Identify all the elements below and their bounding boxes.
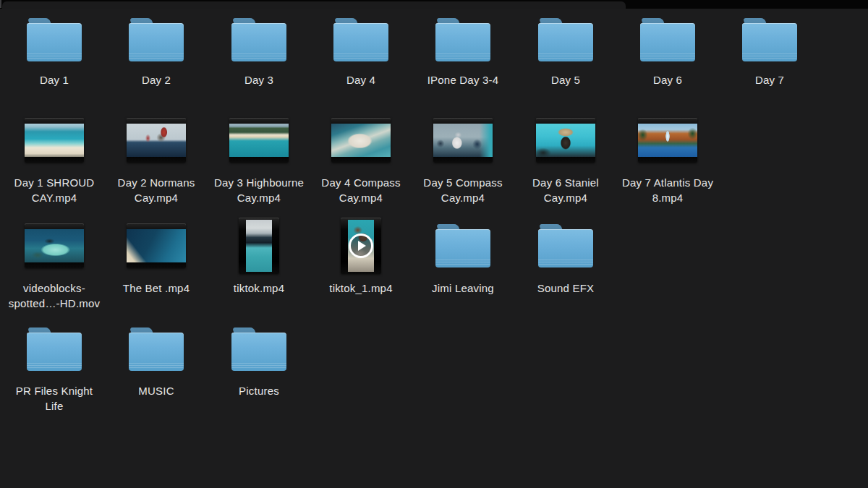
video-frame	[536, 118, 595, 163]
video-frame	[433, 118, 493, 163]
file-label: Sound EFX	[537, 281, 595, 296]
file-item-folder-day-6[interactable]: Day 6	[617, 16, 718, 87]
file-item-video-day-5-compass-cay[interactable]: Day 5 CompassCay.mp4	[412, 116, 514, 205]
folder-icon	[310, 16, 412, 64]
file-label: Day 6	[653, 72, 682, 87]
file-label-line: Cay.mp4	[423, 190, 502, 205]
file-label: The Bet .mp4	[123, 281, 190, 296]
thumb-scene-day5	[433, 124, 493, 157]
file-item-video-tiktok[interactable]: tiktok.mp4	[208, 215, 310, 296]
thumb-scene-day2	[127, 124, 186, 157]
play-triangle	[358, 241, 366, 251]
folder-glyph	[333, 18, 388, 61]
video-frame	[127, 118, 186, 163]
thumb-scene-day3	[229, 124, 289, 157]
file-item-folder-jimi-leaving[interactable]: Jimi Leaving	[412, 215, 514, 296]
file-label-line: Day 1	[40, 72, 69, 87]
file-item-video-day-1-shroud-cay[interactable]: Day 1 SHROUDCAY.mp4	[4, 116, 105, 205]
file-label: Day 1	[40, 72, 69, 87]
file-label-line: spotted…-HD.mov	[9, 296, 100, 311]
folder-glyph	[129, 18, 184, 61]
file-label: videoblocks-spotted…-HD.mov	[9, 281, 100, 311]
file-item-folder-sound-efx[interactable]: Sound EFX	[515, 215, 616, 296]
file-label-line: videoblocks-	[9, 281, 100, 296]
video-thumbnail-icon	[4, 116, 105, 165]
video-thumbnail-icon	[412, 116, 514, 165]
file-label-line: Day 3 Highbourne	[214, 175, 304, 190]
icon-grid: Day 1Day 2Day 3Day 4IPone Day 3-4Day 5Da…	[0, 0, 868, 488]
thumb-scene-tiktok	[246, 220, 272, 272]
file-item-video-day-6-staniel-cay[interactable]: Day 6 StanielCay.mp4	[515, 116, 616, 205]
folder-icon	[412, 215, 514, 276]
file-label: Day 3 HighbourneCay.mp4	[214, 175, 304, 205]
file-label-line: Life	[16, 398, 93, 414]
folder-icon	[719, 16, 820, 64]
file-item-video-videoblocks-spotted-hd[interactable]: videoblocks-spotted…-HD.mov	[4, 215, 105, 311]
folder-glyph	[27, 18, 82, 61]
folder-body	[435, 23, 490, 61]
file-item-folder-day-5[interactable]: Day 5	[515, 16, 616, 87]
file-label-line: Day 7	[755, 72, 784, 87]
video-frame	[638, 118, 697, 163]
file-item-folder-pictures[interactable]: Pictures	[208, 325, 310, 398]
file-label-line: CAY.mp4	[14, 190, 95, 205]
file-item-video-day-3-highbourne-cay[interactable]: Day 3 HighbourneCay.mp4	[208, 116, 310, 205]
file-label-line: Day 4 Compass	[321, 175, 400, 190]
video-thumbnail-icon	[106, 215, 207, 276]
folder-icon	[617, 16, 718, 64]
file-item-folder-day-1[interactable]: Day 1	[4, 16, 105, 87]
file-label: tiktok.mp4	[234, 281, 284, 296]
file-item-video-day-2-normans-cay[interactable]: Day 2 NormansCay.mp4	[106, 116, 207, 205]
folder-body	[435, 229, 490, 267]
file-item-folder-music[interactable]: MUSIC	[106, 325, 207, 398]
folder-body	[27, 23, 82, 61]
file-label-line: Day 4	[346, 72, 375, 87]
file-item-folder-day-4[interactable]: Day 4	[310, 16, 412, 87]
thumb-scene-day4	[331, 124, 391, 157]
folder-body	[538, 229, 593, 267]
thumb-scene-day6	[536, 124, 595, 157]
video-thumbnail-icon	[4, 215, 105, 276]
file-item-folder-day-7[interactable]: Day 7	[719, 16, 820, 87]
file-item-video-the-bet[interactable]: The Bet .mp4	[106, 215, 207, 296]
file-item-video-day-4-compass-cay[interactable]: Day 4 CompassCay.mp4	[310, 116, 412, 205]
file-label-line: Sound EFX	[537, 281, 595, 296]
folder-glyph	[129, 328, 184, 371]
file-label-line: Day 5 Compass	[423, 175, 502, 190]
file-label-line: Cay.mp4	[321, 190, 400, 205]
video-thumbnail-icon	[617, 116, 718, 165]
folder-icon	[106, 16, 207, 64]
file-label-line: MUSIC	[138, 383, 174, 398]
folder-glyph	[538, 18, 593, 61]
file-label: Day 2	[142, 72, 171, 87]
thumb-scene-videoblocks	[25, 229, 84, 262]
file-item-folder-ipone-day-3-4[interactable]: IPone Day 3-4	[412, 16, 514, 87]
folder-body	[231, 333, 286, 371]
file-item-folder-day-2[interactable]: Day 2	[106, 16, 207, 87]
thumb-scene-day1	[25, 124, 84, 157]
video-thumbnail-icon	[106, 116, 207, 165]
play-icon	[349, 234, 373, 258]
file-label: Day 2 NormansCay.mp4	[118, 175, 195, 205]
file-label-line: Day 6 Staniel	[532, 175, 599, 190]
file-label-line: Day 1 SHROUD	[14, 175, 95, 190]
video-thumbnail-icon	[310, 116, 412, 165]
file-item-video-tiktok-1[interactable]: tiktok_1.mp4	[310, 215, 412, 296]
video-frame	[25, 223, 84, 268]
file-label-line: Day 3	[244, 72, 273, 87]
file-item-folder-day-3[interactable]: Day 3	[208, 16, 310, 87]
file-label: Day 5	[551, 72, 580, 87]
file-label-line: Cay.mp4	[214, 190, 304, 205]
file-item-video-day-7-atlantis-day-8[interactable]: Day 7 Atlantis Day8.mp4	[617, 116, 718, 205]
folder-icon	[4, 325, 105, 373]
folder-body	[129, 23, 184, 61]
file-label: Day 5 CompassCay.mp4	[423, 175, 502, 205]
video-thumbnail-icon	[208, 215, 310, 276]
file-item-folder-pr-files-knight-life[interactable]: PR Files KnightLife	[4, 325, 105, 414]
folder-icon	[412, 16, 514, 64]
folder-icon	[515, 16, 616, 64]
folder-body	[231, 23, 286, 61]
file-label: Day 4	[346, 72, 375, 87]
folder-glyph	[27, 328, 82, 371]
file-label-line: PR Files Knight	[16, 383, 93, 398]
